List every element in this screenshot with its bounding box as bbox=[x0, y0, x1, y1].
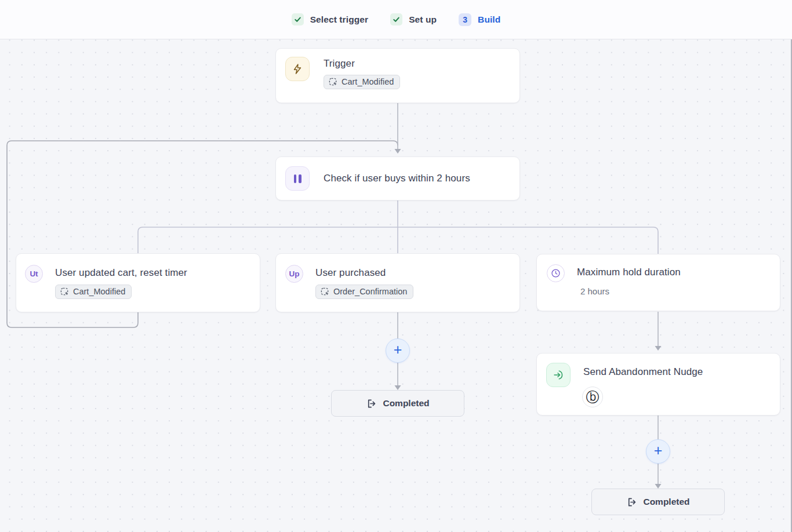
node-title: Trigger bbox=[324, 58, 400, 70]
event-tag-label: Cart_Modified bbox=[341, 77, 394, 86]
exit-arrow-icon bbox=[626, 497, 637, 508]
step-label: Set up bbox=[409, 14, 437, 25]
end-node-label: Completed bbox=[643, 497, 689, 507]
event-dashed-square-icon bbox=[60, 287, 69, 296]
add-step-button[interactable]: + bbox=[646, 439, 670, 464]
end-node-completed[interactable]: Completed bbox=[331, 390, 464, 417]
event-tag-label: Cart_Modified bbox=[73, 287, 125, 296]
end-node-completed[interactable]: Completed bbox=[591, 489, 725, 515]
node-title: Maximum hold duration bbox=[577, 267, 681, 278]
step-set-up[interactable]: Set up bbox=[390, 13, 437, 25]
branch-avatar: Up bbox=[285, 265, 303, 283]
event-tag[interactable]: Cart_Modified bbox=[324, 75, 400, 89]
node-title: User purchased bbox=[315, 267, 413, 279]
hold-duration-value: 2 hours bbox=[580, 286, 681, 296]
enter-arrow-icon bbox=[546, 363, 571, 387]
braze-channel-badge: ⓑ bbox=[582, 387, 603, 407]
pause-icon bbox=[285, 166, 310, 191]
node-title: Check if user buys within 2 hours bbox=[324, 173, 470, 184]
event-dashed-square-icon bbox=[329, 78, 337, 86]
node-title: Send Abandonment Nudge bbox=[583, 366, 703, 378]
node-check-wait[interactable]: Check if user buys within 2 hours bbox=[275, 156, 520, 201]
branch-avatar: Ut bbox=[25, 265, 43, 283]
check-icon bbox=[292, 13, 304, 25]
step-label: Select trigger bbox=[310, 14, 368, 25]
step-number-badge: 3 bbox=[459, 13, 471, 26]
node-title: User updated cart, reset timer bbox=[55, 267, 187, 279]
step-build[interactable]: 3 Build bbox=[459, 13, 500, 26]
wizard-stepper: Select trigger Set up 3 Build bbox=[0, 0, 792, 39]
event-tag-label: Order_Confirmation bbox=[333, 287, 407, 296]
node-trigger[interactable]: Trigger Cart_Modified bbox=[275, 48, 520, 103]
step-label: Build bbox=[478, 14, 500, 25]
event-tag[interactable]: Cart_Modified bbox=[55, 285, 132, 299]
node-branch-reset-timer[interactable]: Ut User updated cart, reset timer Cart_M… bbox=[16, 253, 260, 312]
step-select-trigger[interactable]: Select trigger bbox=[292, 13, 368, 25]
exit-arrow-icon bbox=[366, 398, 377, 409]
lightning-icon bbox=[285, 57, 310, 81]
node-branch-max-hold[interactable]: Maximum hold duration 2 hours bbox=[536, 254, 780, 311]
end-node-label: Completed bbox=[383, 398, 429, 409]
add-step-button[interactable]: + bbox=[386, 338, 410, 363]
check-icon bbox=[390, 13, 402, 25]
node-send-nudge[interactable]: Send Abandonment Nudge ⓑ bbox=[536, 353, 780, 416]
workflow-canvas[interactable]: Trigger Cart_Modified Check if user buys… bbox=[0, 39, 792, 532]
event-dashed-square-icon bbox=[321, 287, 329, 296]
event-tag[interactable]: Order_Confirmation bbox=[315, 285, 413, 299]
clock-icon bbox=[547, 264, 565, 282]
node-branch-purchased[interactable]: Up User purchased Order_Confirmation bbox=[275, 253, 520, 312]
